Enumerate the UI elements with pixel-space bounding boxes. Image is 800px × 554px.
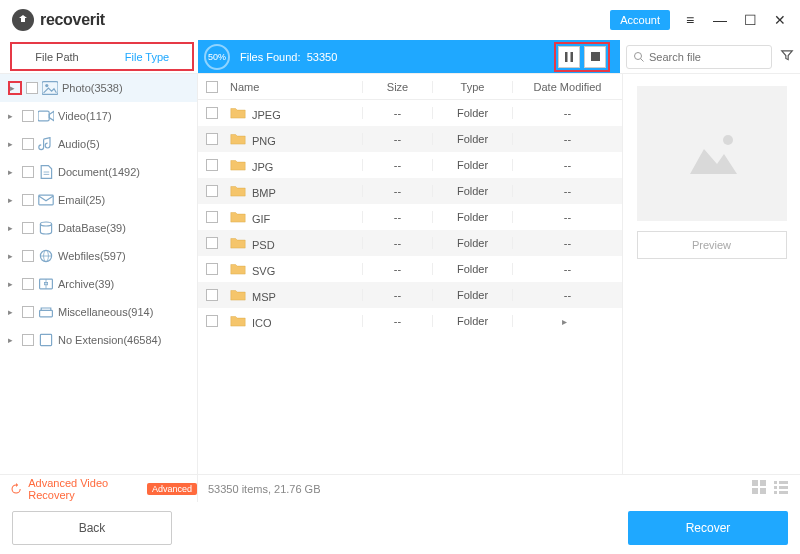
expand-toggle[interactable]: ▸ — [8, 111, 18, 121]
sidebar-item-database[interactable]: ▸DataBase(39) — [0, 214, 197, 242]
sidebar-item-none[interactable]: ▸No Extension(46584) — [0, 326, 197, 354]
search-box[interactable] — [626, 45, 772, 69]
folder-icon — [230, 158, 246, 171]
svg-rect-29 — [779, 481, 788, 484]
table-row[interactable]: GIF--Folder-- — [198, 204, 622, 230]
table-row[interactable]: MSP--Folder-- — [198, 282, 622, 308]
expand-toggle[interactable]: ▸ — [8, 307, 18, 317]
file-type: Folder — [432, 185, 512, 197]
category-checkbox[interactable] — [22, 250, 34, 262]
table-row[interactable]: JPEG--Folder-- — [198, 100, 622, 126]
preview-panel: Preview — [622, 74, 800, 474]
row-checkbox[interactable] — [206, 107, 218, 119]
table-row[interactable]: ICO--Folder▸ — [198, 308, 622, 334]
category-checkbox[interactable] — [22, 110, 34, 122]
table-row[interactable]: BMP--Folder-- — [198, 178, 622, 204]
svg-line-4 — [641, 58, 644, 61]
file-name: ICO — [252, 317, 272, 329]
category-checkbox[interactable] — [22, 278, 34, 290]
expand-toggle[interactable]: ▸ — [8, 279, 18, 289]
search-input[interactable] — [649, 51, 765, 63]
row-checkbox[interactable] — [206, 133, 218, 145]
advanced-video-recovery[interactable]: Advanced Video Recovery Advanced — [0, 475, 198, 502]
account-button[interactable]: Account — [610, 10, 670, 30]
sidebar-item-web[interactable]: ▸Webfiles(597) — [0, 242, 197, 270]
select-all-checkbox[interactable] — [206, 81, 218, 93]
tab-file-path[interactable]: File Path — [12, 44, 102, 69]
category-checkbox[interactable] — [22, 194, 34, 206]
folder-icon — [230, 210, 246, 223]
category-checkbox[interactable] — [26, 82, 38, 94]
file-size: -- — [362, 289, 432, 301]
table-row[interactable]: PSD--Folder-- — [198, 230, 622, 256]
svg-rect-11 — [39, 195, 53, 205]
expand-toggle[interactable]: ▸ — [8, 139, 18, 149]
row-checkbox[interactable] — [206, 159, 218, 171]
stop-button[interactable] — [584, 46, 606, 68]
row-checkbox[interactable] — [206, 211, 218, 223]
tab-file-type[interactable]: File Type — [102, 44, 192, 69]
preview-button[interactable]: Preview — [637, 231, 787, 259]
file-size: -- — [362, 315, 432, 327]
file-type: Folder — [432, 263, 512, 275]
expand-toggle[interactable]: ▸ — [8, 167, 18, 177]
file-date: -- — [512, 159, 622, 171]
category-checkbox[interactable] — [22, 222, 34, 234]
col-size[interactable]: Size — [362, 81, 432, 93]
category-checkbox[interactable] — [22, 334, 34, 346]
maximize-icon[interactable]: ☐ — [742, 12, 758, 28]
expand-toggle[interactable]: ▸ — [8, 335, 18, 345]
category-label: No Extension(46584) — [58, 334, 161, 346]
expand-toggle[interactable]: ▸ — [8, 195, 18, 205]
category-label: Video(117) — [58, 110, 112, 122]
table-row[interactable]: PNG--Folder-- — [198, 126, 622, 152]
category-checkbox[interactable] — [22, 306, 34, 318]
col-name[interactable]: Name — [226, 81, 362, 93]
grid-view-icon[interactable] — [752, 480, 766, 497]
pause-button[interactable] — [558, 46, 580, 68]
col-date[interactable]: Date Modified — [512, 81, 622, 93]
sidebar-item-misc[interactable]: ▸Miscellaneous(914) — [0, 298, 197, 326]
recover-button[interactable]: Recover — [628, 511, 788, 545]
expand-toggle[interactable]: ▸ — [8, 251, 18, 261]
row-checkbox[interactable] — [206, 289, 218, 301]
expand-toggle[interactable]: ▸ — [8, 81, 22, 95]
menu-icon[interactable]: ≡ — [682, 12, 698, 28]
category-label: Miscellaneous(914) — [58, 306, 153, 318]
chevron-right-icon[interactable]: ▸ — [562, 316, 573, 327]
image-icon — [42, 81, 58, 95]
file-size: -- — [362, 263, 432, 275]
file-type: Folder — [432, 133, 512, 145]
expand-toggle[interactable]: ▸ — [8, 223, 18, 233]
category-checkbox[interactable] — [22, 166, 34, 178]
back-button[interactable]: Back — [12, 511, 172, 545]
list-view-icon[interactable] — [774, 480, 788, 497]
database-icon — [38, 221, 54, 235]
row-checkbox[interactable] — [206, 263, 218, 275]
category-label: Webfiles(597) — [58, 250, 126, 262]
sidebar-item-document[interactable]: ▸Document(1492) — [0, 158, 197, 186]
sidebar-item-image[interactable]: ▸Photo(3538) — [0, 74, 197, 102]
category-checkbox[interactable] — [22, 138, 34, 150]
sidebar-item-email[interactable]: ▸Email(25) — [0, 186, 197, 214]
file-size: -- — [362, 107, 432, 119]
folder-icon — [230, 132, 246, 145]
sidebar-item-archive[interactable]: ▸Archive(39) — [0, 270, 197, 298]
filter-icon[interactable] — [780, 48, 794, 65]
svg-rect-30 — [774, 486, 777, 489]
file-type: Folder — [432, 315, 512, 327]
row-checkbox[interactable] — [206, 315, 218, 327]
table-row[interactable]: JPG--Folder-- — [198, 152, 622, 178]
row-checkbox[interactable] — [206, 237, 218, 249]
table-row[interactable]: SVG--Folder-- — [198, 256, 622, 282]
col-type[interactable]: Type — [432, 81, 512, 93]
logo-icon — [12, 9, 34, 31]
file-date: -- — [512, 211, 622, 223]
minimize-icon[interactable]: — — [712, 12, 728, 28]
status-bar: Advanced Video Recovery Advanced 53350 i… — [0, 474, 800, 502]
file-type: Folder — [432, 107, 512, 119]
sidebar-item-video[interactable]: ▸Video(117) — [0, 102, 197, 130]
row-checkbox[interactable] — [206, 185, 218, 197]
close-icon[interactable]: ✕ — [772, 12, 788, 28]
sidebar-item-audio[interactable]: ▸Audio(5) — [0, 130, 197, 158]
